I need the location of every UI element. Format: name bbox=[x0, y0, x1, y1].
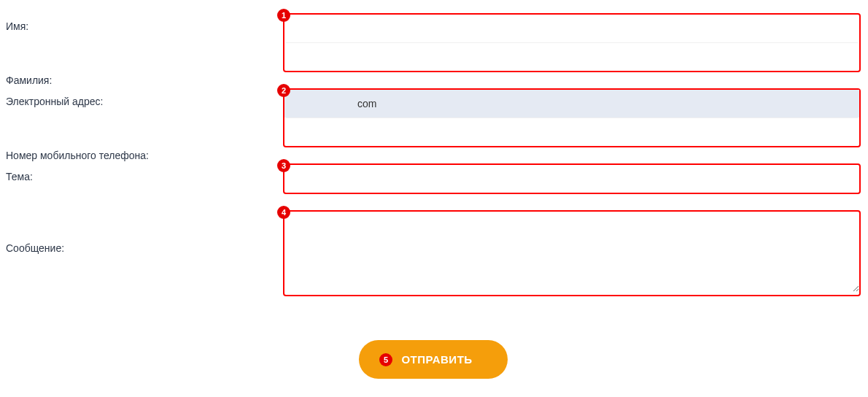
name-surname-row: Имя: Фамилия: 1 bbox=[6, 13, 861, 88]
subject-input[interactable] bbox=[284, 165, 859, 193]
email-phone-row: Электронный адрес: Номер мобильного теле… bbox=[6, 88, 861, 163]
badge-3: 3 bbox=[277, 159, 290, 172]
surname-label: Фамилия: bbox=[6, 74, 283, 86]
subject-group: 3 bbox=[283, 163, 861, 194]
subject-row: Тема: 3 bbox=[6, 163, 861, 210]
message-row: Сообщение: 4 bbox=[6, 210, 861, 340]
message-group: 4 bbox=[283, 210, 861, 296]
subject-label: Тема: bbox=[6, 171, 283, 182]
badge-2: 2 bbox=[277, 84, 290, 97]
contact-form: Имя: Фамилия: 1 Электронный адрес: Номер… bbox=[0, 0, 868, 379]
submit-button[interactable]: 5 ОТПРАВИТЬ bbox=[359, 340, 507, 379]
surname-input[interactable] bbox=[284, 43, 859, 71]
name-label: Имя: bbox=[6, 20, 283, 32]
phone-label: Номер мобильного телефона: bbox=[6, 150, 283, 161]
submit-row: 5 ОТПРАВИТЬ bbox=[6, 340, 861, 379]
badge-1: 1 bbox=[277, 9, 290, 22]
label-column-1: Имя: Фамилия: bbox=[6, 13, 283, 86]
label-column-2: Электронный адрес: Номер мобильного теле… bbox=[6, 88, 283, 161]
email-phone-group: 2 bbox=[283, 88, 861, 147]
name-surname-group: 1 bbox=[283, 13, 861, 72]
message-label: Сообщение: bbox=[6, 242, 283, 254]
email-label: Электронный адрес: bbox=[6, 96, 283, 107]
badge-4: 4 bbox=[277, 206, 290, 219]
label-column-4: Сообщение: bbox=[6, 210, 283, 254]
badge-5: 5 bbox=[379, 353, 392, 366]
phone-input[interactable] bbox=[284, 118, 859, 146]
email-input[interactable] bbox=[284, 90, 859, 117]
message-textarea[interactable] bbox=[284, 212, 859, 292]
label-column-3: Тема: bbox=[6, 163, 283, 182]
submit-button-label: ОТПРАВИТЬ bbox=[401, 353, 472, 366]
name-input[interactable] bbox=[284, 15, 859, 42]
